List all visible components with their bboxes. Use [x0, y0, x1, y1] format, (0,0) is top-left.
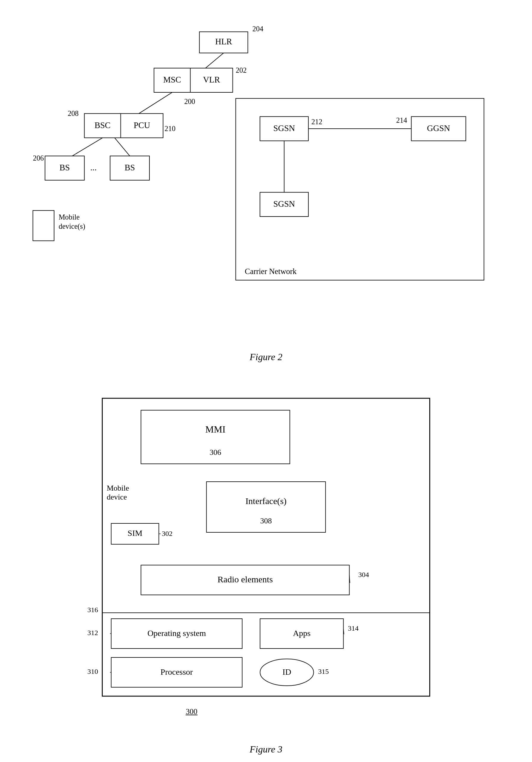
- svg-rect-11: [33, 211, 54, 241]
- label-310: 310: [88, 667, 98, 675]
- svg-line-6: [139, 92, 172, 114]
- bsc-label: BSC: [95, 121, 110, 130]
- hlr-label: HLR: [215, 37, 232, 46]
- page: text { font-family: 'Times New Roman', T…: [0, 0, 532, 762]
- svg-line-9: [72, 138, 103, 156]
- label-306: 306: [210, 448, 221, 457]
- figure2-label: Figure 2: [24, 351, 508, 362]
- label-208: 208: [68, 109, 79, 117]
- id-label: ID: [283, 667, 292, 676]
- apps-label: Apps: [293, 629, 310, 638]
- dots-label: ...: [90, 163, 97, 172]
- svg-line-3: [205, 53, 224, 68]
- figure3-svg: text { font-family: 'Times New Roman', T…: [24, 380, 508, 738]
- ggsn-label: GGSN: [427, 123, 450, 133]
- bs2-label: BS: [124, 163, 135, 172]
- radio-label: Radio elements: [218, 574, 273, 584]
- label-210: 210: [165, 124, 176, 132]
- label-200: 200: [184, 98, 195, 106]
- msc-label: MSC: [163, 75, 181, 84]
- label-202: 202: [236, 66, 247, 74]
- interfaces-label: Interface(s): [245, 496, 286, 506]
- sgsn1-label: SGSN: [273, 123, 295, 133]
- label-302: 302: [162, 530, 173, 537]
- carrier-label: Carrier Network: [245, 267, 297, 276]
- label-212: 212: [311, 118, 322, 126]
- vlr-label: VLR: [203, 75, 220, 84]
- figure2-svg: text { font-family: 'Times New Roman', T…: [24, 18, 508, 345]
- mobile-device-label-2: device: [107, 493, 127, 501]
- sgsn2-label: SGSN: [273, 199, 295, 208]
- figure3-label: Figure 3: [24, 744, 508, 755]
- label-304: 304: [359, 571, 369, 578]
- svg-rect-18: [102, 398, 430, 696]
- mobile-label-1: Mobile: [59, 213, 80, 221]
- os-label: Operating system: [147, 629, 206, 638]
- label-204: 204: [252, 25, 263, 33]
- label-315: 315: [318, 667, 329, 675]
- label-214: 214: [396, 116, 407, 124]
- figure2-diagram: text { font-family: 'Times New Roman', T…: [24, 18, 508, 345]
- mobile-label-2: device(s): [59, 222, 85, 231]
- processor-label: Processor: [161, 667, 193, 676]
- label-316: 316: [88, 606, 98, 614]
- label-312: 312: [88, 629, 98, 637]
- label-308: 308: [260, 516, 272, 525]
- label-314: 314: [348, 624, 359, 632]
- label-300: 300: [186, 707, 197, 716]
- mobile-device-label-1: Mobile: [107, 484, 129, 493]
- mmi-label: MMI: [205, 424, 226, 435]
- label-206: 206: [33, 154, 44, 162]
- bs1-label: BS: [60, 163, 70, 172]
- sim-label: SIM: [128, 528, 143, 538]
- pcu-label: PCU: [134, 121, 150, 130]
- figure3-diagram: text { font-family: 'Times New Roman', T…: [24, 380, 508, 738]
- svg-line-10: [115, 138, 130, 156]
